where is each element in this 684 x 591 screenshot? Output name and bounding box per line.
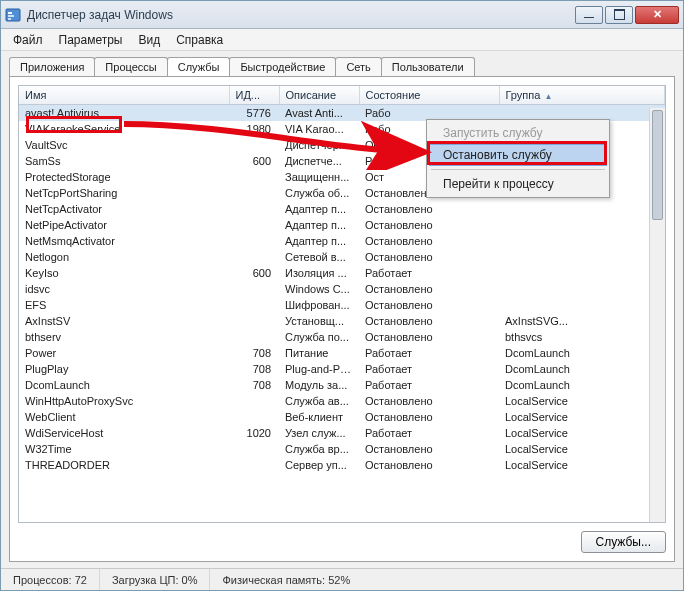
column-group[interactable]: Группа xyxy=(499,86,665,105)
table-row[interactable]: PlugPlay708Plug-and-PlayРаботаетDcomLaun… xyxy=(19,361,665,377)
cell-group: LocalService xyxy=(499,457,665,473)
table-row[interactable]: idsvcWindows C...Остановлено xyxy=(19,281,665,297)
ctx-separator xyxy=(431,169,605,170)
cell-id: 600 xyxy=(229,265,279,281)
tab-users[interactable]: Пользователи xyxy=(381,57,475,76)
svg-rect-2 xyxy=(8,15,14,17)
cell-name: NetPipeActivator xyxy=(19,217,229,233)
table-row[interactable]: DcomLaunch708Модуль за...РаботаетDcomLau… xyxy=(19,377,665,393)
cell-name: ProtectedStorage xyxy=(19,169,229,185)
cell-group xyxy=(499,297,665,313)
cell-name: Netlogon xyxy=(19,249,229,265)
menu-help[interactable]: Справка xyxy=(168,29,231,50)
tab-network[interactable]: Сеть xyxy=(335,57,381,76)
menubar: Файл Параметры Вид Справка xyxy=(1,29,683,51)
cell-desc: Windows C... xyxy=(279,281,359,297)
table-row[interactable]: WinHttpAutoProxySvcСлужба ав...Остановле… xyxy=(19,393,665,409)
cell-name: EFS xyxy=(19,297,229,313)
cell-id: 600 xyxy=(229,153,279,169)
cell-desc: Plug-and-Play xyxy=(279,361,359,377)
table-row[interactable]: WdiServiceHost1020Узел служ...РаботаетLo… xyxy=(19,425,665,441)
tab-applications[interactable]: Приложения xyxy=(9,57,95,76)
cell-name: NetTcpPortSharing xyxy=(19,185,229,201)
cell-id: 1020 xyxy=(229,425,279,441)
menu-file[interactable]: Файл xyxy=(5,29,51,50)
cell-desc: Модуль за... xyxy=(279,377,359,393)
vertical-scrollbar[interactable] xyxy=(649,108,665,522)
cell-name: THREADORDER xyxy=(19,457,229,473)
table-row[interactable]: bthservСлужба по...Остановленоbthsvcs xyxy=(19,329,665,345)
cell-state: Остановлено xyxy=(359,441,499,457)
table-row[interactable]: THREADORDERСервер уп...ОстановленоLocalS… xyxy=(19,457,665,473)
cell-id xyxy=(229,297,279,313)
cell-desc: Питание xyxy=(279,345,359,361)
table-row[interactable]: KeyIso600Изоляция ...Работает xyxy=(19,265,665,281)
cell-state: Остановлено xyxy=(359,281,499,297)
scrollbar-thumb[interactable] xyxy=(652,110,663,220)
table-row[interactable]: AxInstSVУстановщ...ОстановленоAxInstSVG.… xyxy=(19,313,665,329)
cell-id: 708 xyxy=(229,361,279,377)
cell-id xyxy=(229,441,279,457)
cell-id xyxy=(229,233,279,249)
ctx-stop-service[interactable]: Остановить службу xyxy=(429,144,607,166)
table-row[interactable]: WebClientВеб-клиентОстановленоLocalServi… xyxy=(19,409,665,425)
cell-name: WdiServiceHost xyxy=(19,425,229,441)
cell-desc: Диспетче... xyxy=(279,153,359,169)
cell-group xyxy=(499,281,665,297)
ctx-goto-process[interactable]: Перейти к процессу xyxy=(429,173,607,195)
cell-name: AxInstSV xyxy=(19,313,229,329)
maximize-button[interactable] xyxy=(605,6,633,24)
cell-desc: Сервер уп... xyxy=(279,457,359,473)
cell-id xyxy=(229,217,279,233)
table-row[interactable]: NetMsmqActivatorАдаптер п...Остановлено xyxy=(19,233,665,249)
cell-id xyxy=(229,185,279,201)
column-description[interactable]: Описание xyxy=(279,86,359,105)
cell-group: AxInstSVG... xyxy=(499,313,665,329)
cell-id xyxy=(229,409,279,425)
cell-desc: Служба об... xyxy=(279,185,359,201)
cell-state: Работает xyxy=(359,377,499,393)
column-id[interactable]: ИД... xyxy=(229,86,279,105)
cell-desc: Установщ... xyxy=(279,313,359,329)
tab-performance[interactable]: Быстродействие xyxy=(229,57,336,76)
minimize-button[interactable] xyxy=(575,6,603,24)
cell-id xyxy=(229,329,279,345)
table-row[interactable]: NetPipeActivatorАдаптер п...Остановлено xyxy=(19,217,665,233)
cell-state: Работает xyxy=(359,265,499,281)
table-row[interactable]: W32TimeСлужба вр...ОстановленоLocalServi… xyxy=(19,441,665,457)
cell-desc: Узел служ... xyxy=(279,425,359,441)
cell-group xyxy=(499,249,665,265)
cell-id: 708 xyxy=(229,377,279,393)
cell-name: NetMsmqActivator xyxy=(19,233,229,249)
cell-group: bthsvcs xyxy=(499,329,665,345)
cell-name: WinHttpAutoProxySvc xyxy=(19,393,229,409)
cell-group: LocalService xyxy=(499,393,665,409)
context-menu: Запустить службу Остановить службу Перей… xyxy=(426,119,610,198)
table-row[interactable]: NetTcpActivatorАдаптер п...Остановлено xyxy=(19,201,665,217)
close-button[interactable] xyxy=(635,6,679,24)
column-state[interactable]: Состояние xyxy=(359,86,499,105)
cell-name: DcomLaunch xyxy=(19,377,229,393)
table-row[interactable]: NetlogonСетевой в...Остановлено xyxy=(19,249,665,265)
services-button[interactable]: Службы... xyxy=(581,531,666,553)
cell-state: Остановлено xyxy=(359,393,499,409)
cell-name: KeyIso xyxy=(19,265,229,281)
cell-name: VaultSvc xyxy=(19,137,229,153)
menu-view[interactable]: Вид xyxy=(130,29,168,50)
column-name[interactable]: Имя xyxy=(19,86,229,105)
table-row[interactable]: EFSШифрован...Остановлено xyxy=(19,297,665,313)
menu-options[interactable]: Параметры xyxy=(51,29,131,50)
cell-group xyxy=(499,201,665,217)
tab-processes[interactable]: Процессы xyxy=(94,57,167,76)
cell-id: 5776 xyxy=(229,105,279,121)
tab-services[interactable]: Службы xyxy=(167,57,231,76)
cell-id xyxy=(229,281,279,297)
cell-state: Остановлено xyxy=(359,409,499,425)
cell-id xyxy=(229,249,279,265)
table-row[interactable]: Power708ПитаниеРаботаетDcomLaunch xyxy=(19,345,665,361)
cell-id xyxy=(229,457,279,473)
ctx-start-service[interactable]: Запустить службу xyxy=(429,122,607,144)
svg-rect-3 xyxy=(8,18,11,20)
cell-desc: VIA Karao... xyxy=(279,121,359,137)
cell-group: LocalService xyxy=(499,409,665,425)
